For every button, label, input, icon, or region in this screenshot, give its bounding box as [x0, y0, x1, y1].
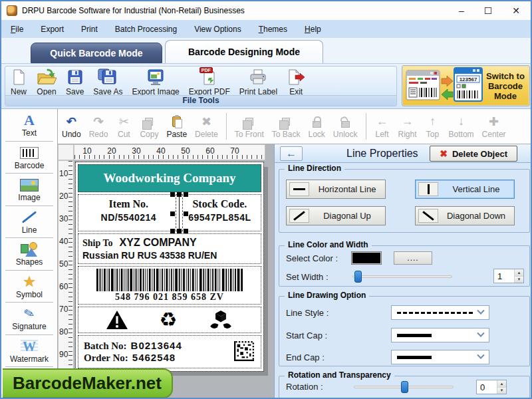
spin-down-icon[interactable]: ▼ [515, 276, 523, 283]
print-label-button[interactable]: Print Label [235, 67, 282, 97]
sidebar-item-image[interactable]: Image [1, 174, 57, 206]
sidebar-item-barcode[interactable]: Barcode [1, 142, 57, 174]
menu-print[interactable]: Print [81, 25, 98, 34]
redo-icon: ↷ [93, 114, 103, 129]
lock-button[interactable]: Lock [304, 113, 329, 140]
rotation-spinner[interactable]: 0 ▲▼ [476, 380, 507, 394]
save-floppy-icon [66, 68, 84, 86]
delete-object-button[interactable]: ✖ Delete Object [430, 146, 517, 162]
item-no-value: ND/5540214 [78, 212, 179, 223]
sidebar-item-line[interactable]: Line [1, 206, 57, 239]
width-slider[interactable] [352, 275, 452, 278]
sidebar-item-symbol[interactable]: ★ Symbol [1, 271, 57, 303]
label-item-stock-row[interactable]: Item No. ND/5540214 Stock Code. 69547PL8… [78, 194, 261, 231]
selection-handle[interactable] [184, 229, 188, 233]
selection-handle[interactable] [170, 229, 175, 233]
sidebar-item-signature[interactable]: ✎ Signature [1, 303, 57, 335]
save-as-floppy-icon [98, 68, 118, 86]
horizontal-line-button[interactable]: Horizontal Line [286, 180, 386, 199]
save-button[interactable]: Save [61, 67, 88, 97]
vertical-line-button[interactable]: Vertical Line [415, 180, 515, 199]
diagonal-down-icon [418, 209, 438, 223]
spin-up-icon[interactable]: ▲ [515, 269, 523, 276]
to-back-button[interactable]: To Back [268, 113, 305, 140]
file-toolbar: New Open Save [1, 63, 531, 109]
selection-handle[interactable] [184, 211, 188, 216]
selection-handle[interactable] [170, 192, 175, 197]
menu-file[interactable]: File [11, 25, 23, 34]
maximize-button[interactable]: ☐ [484, 5, 493, 16]
spin-down-icon[interactable]: ▼ [497, 387, 506, 394]
save-as-button[interactable]: Save As [88, 67, 127, 97]
unlock-button[interactable]: Unlock [329, 113, 362, 140]
selected-vertical-line[interactable] [179, 195, 180, 231]
design-canvas[interactable]: 10 20 30 40 50 60 70 10 20 30 40 50 60 7… [58, 144, 274, 399]
exit-button[interactable]: Exit [282, 67, 310, 97]
back-button[interactable]: ← [280, 146, 303, 161]
align-right-button[interactable]: → Right [394, 113, 421, 140]
sidebar-item-shapes[interactable]: Shapes [1, 238, 57, 271]
diagonal-up-button[interactable]: Diagonal Up [286, 206, 386, 225]
minimize-button[interactable]: – [459, 5, 464, 16]
tab-barcode-designing-mode[interactable]: Barcode Designing Mode [165, 40, 323, 63]
width-spinner[interactable]: 1 ▲▼ [493, 269, 524, 283]
label-symbols-row[interactable]: ♻ [78, 307, 261, 333]
ship-to-label: Ship To [82, 238, 113, 249]
label-barcode[interactable]: 548 796 021 859 658 ZV [78, 266, 261, 305]
vertical-ruler: 10 20 30 40 50 60 70 80 90 [58, 160, 74, 399]
align-top-button[interactable]: ↑ Top [421, 113, 445, 140]
open-button[interactable]: Open [32, 67, 61, 97]
redo-button[interactable]: ↷ Redo [85, 113, 112, 140]
color-browse-button[interactable]: .... [394, 251, 432, 265]
selection-handle[interactable] [184, 192, 188, 197]
label-design[interactable]: Woodworking Company Item No. ND/5540214 … [76, 162, 263, 371]
cut-button[interactable]: ✂ Cut [112, 113, 136, 140]
close-button[interactable]: ✕ [512, 5, 520, 16]
undo-icon: ↶ [66, 114, 76, 129]
undo-button[interactable]: ↶ Undo [58, 113, 85, 140]
menu-batch-processing[interactable]: Batch Processing [115, 25, 177, 34]
exit-icon [287, 68, 305, 86]
spin-up-icon[interactable]: ▲ [497, 380, 506, 387]
diagonal-down-button[interactable]: Diagonal Down [415, 206, 515, 225]
start-cap-dropdown[interactable] [391, 328, 489, 342]
copy-icon [145, 114, 153, 129]
new-button[interactable]: New [5, 67, 32, 97]
menu-themes[interactable]: Themes [259, 25, 287, 34]
paste-button[interactable]: Paste [162, 113, 191, 140]
tab-quick-barcode-mode[interactable]: Quick Barcode Mode [31, 43, 162, 63]
menu-export[interactable]: Export [41, 25, 64, 34]
align-left-button[interactable]: ← Left [370, 113, 394, 140]
to-front-button[interactable]: To Front [231, 113, 268, 140]
menu-view-options[interactable]: View Options [194, 25, 241, 34]
export-pdf-button[interactable]: PDF Export PDF [184, 67, 235, 97]
delete-button[interactable]: ✖ Delete [191, 113, 222, 140]
export-image-button[interactable]: Export Image [127, 67, 184, 97]
copy-button[interactable]: Copy [136, 113, 162, 140]
sidebar-item-text[interactable]: A Text [1, 109, 57, 142]
menu-help[interactable]: Help [305, 25, 321, 34]
label-ship-to[interactable]: Ship To XYZ COMPANY Russian RU RUS 43538… [78, 233, 261, 264]
sidebar-item-watermark[interactable]: W Watermark [1, 335, 57, 368]
menu-bar: File Export Print Batch Processing View … [1, 20, 531, 38]
width-slider-thumb[interactable] [354, 271, 362, 283]
chevron-down-icon [477, 307, 484, 315]
warning-triangle-icon [106, 310, 128, 330]
selection-handle[interactable] [170, 211, 175, 216]
align-center-button[interactable]: ✚ Center [478, 113, 510, 140]
color-swatch[interactable] [351, 251, 382, 265]
selection-handle[interactable] [177, 229, 182, 233]
line-properties-panel: ← Line Properties ✖ Delete Object Line D… [274, 144, 532, 399]
to-front-icon [245, 114, 253, 129]
end-cap-dropdown[interactable] [391, 350, 489, 364]
toolbar-divider [366, 113, 366, 140]
rotation-slider-thumb[interactable] [401, 381, 408, 393]
rotation-slider[interactable] [354, 386, 454, 388]
cut-scissors-icon: ✂ [119, 114, 129, 129]
switch-to-barcode-mode-button[interactable]: 123567 Switch to Barcode Mode [402, 65, 530, 106]
align-bottom-button[interactable]: ↓ Bottom [445, 113, 478, 140]
line-style-dropdown[interactable] [391, 305, 489, 320]
selection-handle[interactable] [177, 192, 182, 197]
label-company-header[interactable]: Woodworking Company [78, 164, 261, 192]
label-batch-order[interactable]: Batch No: B0213644 Order No: 5462548 [78, 335, 261, 368]
